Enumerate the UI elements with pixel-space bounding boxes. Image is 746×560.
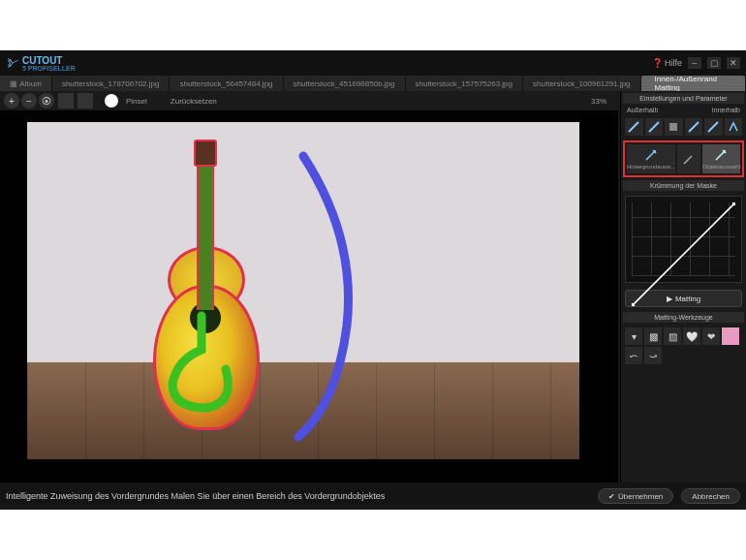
zoom-percent: 33%	[591, 97, 606, 106]
wand-icon	[682, 152, 696, 166]
foreground-stroke	[158, 311, 245, 418]
background-select-mode[interactable]: Hintergrundausw...	[627, 144, 675, 173]
help-label: Hilfe	[665, 58, 682, 68]
check-icon: ✔	[608, 492, 615, 501]
app-logo: CUTOUT 5 PROFISELLER	[6, 55, 76, 72]
file-tab[interactable]: shutterstock_100961291.jpg	[523, 76, 641, 91]
matting-tool[interactable]: 🤍	[683, 327, 700, 345]
matting-tool[interactable]: ⤺	[625, 347, 642, 364]
app-window: CUTOUT 5 PROFISELLER ❓ Hilfe – ▢ ✕ ▦ Alb…	[0, 50, 746, 510]
svg-rect-0	[669, 123, 677, 131]
close-button[interactable]: ✕	[727, 57, 740, 69]
minimize-button[interactable]: –	[688, 57, 701, 69]
grid-icon: ▦	[10, 79, 17, 88]
matting-tool[interactable]: ⤻	[644, 347, 662, 364]
zoom-out-button[interactable]: −	[21, 93, 37, 109]
apply-button[interactable]: ✔ Übernehmen	[598, 488, 673, 504]
status-hint: Intelligente Zuweisung des Vordergrundes…	[6, 491, 590, 501]
file-tab[interactable]: shutterstock_56457484.jpg	[170, 76, 283, 91]
brand-name: CUTOUT	[22, 55, 62, 66]
titlebar: CUTOUT 5 PROFISELLER ❓ Hilfe – ▢ ✕	[0, 50, 746, 76]
panel-header: Einstellungen und Parameter	[623, 93, 744, 104]
matting-tool[interactable]: ▾	[625, 327, 642, 345]
maximize-button[interactable]: ▢	[707, 57, 721, 69]
file-tab[interactable]: shutterstock_178706702.jpg	[52, 76, 171, 91]
canvas-area	[0, 110, 618, 482]
matting-tool[interactable]: ❤	[702, 327, 720, 345]
matting-tool[interactable]	[722, 327, 739, 345]
edge-tool[interactable]	[665, 118, 683, 136]
svg-point-2	[724, 150, 726, 152]
inside-label: Innerhalb	[712, 107, 740, 113]
tool-slot[interactable]	[78, 93, 93, 109]
zoom-in-button[interactable]: +	[4, 93, 19, 109]
file-tab[interactable]: shutterstock_451698850b.jpg	[284, 76, 406, 91]
tools-header: Matting-Werkzeuge	[623, 312, 744, 323]
wand-mode[interactable]	[677, 144, 700, 173]
file-tabbar: ▦ Album shutterstock_178706702.jpg shutt…	[0, 76, 746, 91]
tool-slot[interactable]	[58, 93, 74, 109]
edge-tool[interactable]	[725, 118, 743, 136]
brand-sub: 5 PROFISELLER	[22, 66, 76, 72]
svg-point-1	[654, 150, 656, 152]
matting-tool-grid: ▾ ▩ ▨ 🤍 ❤ ⤺ ⤻	[623, 326, 744, 366]
help-icon: ❓	[652, 58, 663, 68]
edge-tool[interactable]	[645, 118, 664, 136]
cancel-button[interactable]: Abbrechen	[681, 488, 740, 504]
mask-curve-editor[interactable]	[625, 196, 742, 283]
image-canvas[interactable]	[27, 122, 579, 459]
file-tab[interactable]: shutterstock_157575263.jpg	[406, 76, 524, 91]
wand-icon	[714, 148, 728, 162]
curve-header: Krümmung der Maske	[623, 180, 744, 191]
background-stroke	[289, 151, 366, 442]
matting-tool[interactable]: ▩	[644, 327, 662, 345]
object-select-mode[interactable]: Objektauswahl	[702, 144, 740, 173]
selection-mode-highlight: Hintergrundausw... Objektauswahl	[623, 140, 744, 177]
edge-tool[interactable]	[625, 118, 643, 136]
settings-panel: Einstellungen und Parameter Außerhalb In…	[620, 91, 746, 482]
scissors-icon	[6, 56, 19, 70]
statusbar: Intelligente Zuweisung des Vordergrundes…	[0, 482, 746, 510]
mode-tab-matting[interactable]: Innen-/Außenrand Matting	[641, 76, 746, 91]
wand-icon	[644, 148, 658, 162]
curve-line	[632, 202, 735, 306]
brush-label: Pinsel	[126, 97, 147, 106]
album-label: Album	[19, 79, 42, 88]
outside-label: Außerhalb	[627, 107, 658, 113]
undo-button[interactable]: Zurücksetzen	[171, 97, 217, 106]
album-tab[interactable]: ▦ Album	[0, 76, 52, 91]
edge-tool[interactable]	[685, 118, 703, 136]
edge-tool[interactable]	[704, 118, 723, 136]
edge-tools-row	[623, 116, 744, 138]
brush-preview	[105, 94, 118, 108]
matting-tool[interactable]: ▨	[664, 327, 681, 345]
help-button[interactable]: ❓ Hilfe	[652, 58, 682, 68]
zoom-fit-button[interactable]: ⦿	[39, 93, 54, 109]
